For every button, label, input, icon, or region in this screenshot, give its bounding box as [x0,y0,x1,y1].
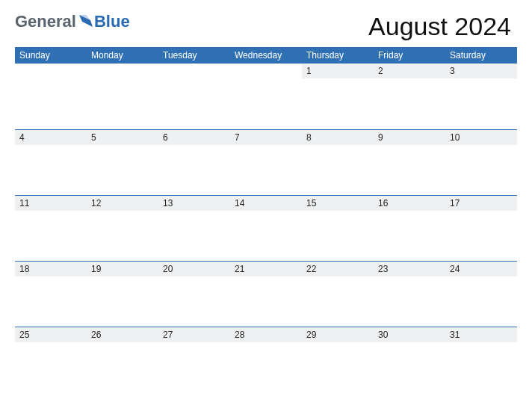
calendar-day-number: 9 [374,130,445,145]
calendar-day-cell: 3 [445,64,517,129]
calendar-day-number: 13 [158,196,230,211]
calendar-day-cell [158,64,230,129]
day-header-fri: Friday [374,47,445,64]
calendar-day-number: 1 [302,64,374,78]
calendar-day-cell: 15 [302,196,374,261]
calendar-day-number: 7 [230,130,302,145]
calendar-day-cell: 18 [15,262,87,327]
calendar-day-number: 24 [445,262,517,276]
calendar-day-number: 10 [445,130,517,145]
calendar-day-number: 2 [374,64,445,78]
calendar-grid: 1234567891011121314151617181920212223242… [15,64,517,392]
day-header-wed: Wednesday [230,47,302,64]
calendar-day-cell: 11 [15,196,87,261]
calendar-day-headers: Sunday Monday Tuesday Wednesday Thursday… [15,47,517,64]
calendar-day-number: 27 [158,327,230,342]
calendar-day-cell: 8 [302,130,374,195]
calendar-day-number: 4 [15,130,87,145]
calendar-day-cell: 16 [374,196,445,261]
calendar-day-number: 30 [374,327,445,342]
calendar-day-cell: 12 [87,196,158,261]
calendar-day-cell: 6 [158,130,230,195]
calendar-week: 123 [15,64,517,129]
calendar-day-number: 14 [230,196,302,211]
calendar-day-number: 23 [374,262,445,276]
calendar-day-number: 8 [302,130,374,145]
calendar-day-number: 18 [15,262,87,276]
day-header-sun: Sunday [15,47,87,64]
calendar-day-cell: 2 [374,64,445,129]
calendar-day-cell [15,64,87,129]
calendar-day-cell: 29 [302,327,374,392]
calendar-day-number: 28 [230,327,302,342]
calendar-day-number: 21 [230,262,302,276]
calendar-day-cell: 25 [15,327,87,392]
calendar-day-number: 17 [445,196,517,211]
logo-text-blue: Blue [94,12,130,31]
calendar-day-cell: 23 [374,262,445,327]
calendar-day-cell: 9 [374,130,445,195]
calendar-day-cell [87,64,158,129]
day-header-tue: Tuesday [158,47,230,64]
calendar-day-number: 16 [374,196,445,211]
logo-text-general: General [15,12,76,31]
calendar-day-cell: 24 [445,262,517,327]
calendar-day-cell: 30 [374,327,445,392]
brand-logo: General Blue [15,12,130,31]
calendar-day-cell: 17 [445,196,517,261]
calendar-day-number: 25 [15,327,87,342]
calendar-day-number: 6 [158,130,230,145]
calendar-week: 25262728293031 [15,327,517,392]
calendar-day-number: 15 [302,196,374,211]
day-header-mon: Monday [87,47,158,64]
calendar-day-number: 19 [87,262,158,276]
calendar-day-cell: 14 [230,196,302,261]
calendar-day-cell: 19 [87,262,158,327]
calendar-day-number: 26 [87,327,158,342]
calendar-day-number: 12 [87,196,158,211]
calendar-week: 45678910 [15,129,517,195]
calendar-day-number: 22 [302,262,374,276]
calendar-day-cell: 13 [158,196,230,261]
calendar-day-cell: 7 [230,130,302,195]
day-header-thu: Thursday [302,47,374,64]
calendar-day-cell: 1 [302,64,374,129]
calendar-day-cell: 26 [87,327,158,392]
calendar-title: August 2024 [368,12,517,41]
calendar-day-cell: 5 [87,130,158,195]
calendar-day-cell: 31 [445,327,517,392]
calendar-day-cell: 4 [15,130,87,195]
calendar-day-number: 11 [15,196,87,211]
calendar-day-number: 29 [302,327,374,342]
calendar-day-number: 31 [445,327,517,342]
calendar-day-number: 5 [87,130,158,145]
logo-mark-icon [79,12,93,24]
calendar-day-number: 20 [158,262,230,276]
calendar-day-cell: 21 [230,262,302,327]
calendar-day-cell: 22 [302,262,374,327]
calendar-day-cell: 20 [158,262,230,327]
day-header-sat: Saturday [445,47,517,64]
calendar-day-cell: 27 [158,327,230,392]
calendar-day-cell: 10 [445,130,517,195]
calendar-week: 11121314151617 [15,195,517,261]
calendar-week: 18192021222324 [15,261,517,327]
calendar-day-cell [230,64,302,129]
calendar-day-cell: 28 [230,327,302,392]
calendar-day-number: 3 [445,64,517,78]
